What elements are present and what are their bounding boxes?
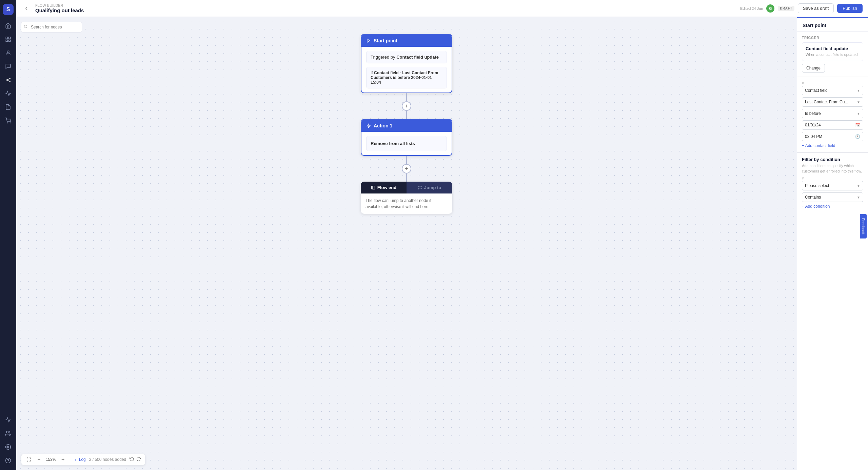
sidebar-icon-users[interactable] <box>3 428 14 439</box>
sidebar-icon-settings[interactable] <box>3 442 14 452</box>
svg-rect-1 <box>9 37 11 39</box>
sidebar-icon-home[interactable] <box>3 20 14 31</box>
sidebar-icon-chart[interactable] <box>3 34 14 45</box>
sidebar-icon-chat[interactable] <box>3 61 14 72</box>
flow-area: Start point Triggered by Contact field u… <box>361 34 452 214</box>
contact-field-select[interactable]: Contact field ▼ <box>802 86 863 95</box>
jump-to-label: Jump to <box>424 185 441 190</box>
trigger-card: Contact field update When a contact fiel… <box>802 42 863 61</box>
log-link[interactable]: Log <box>74 457 86 462</box>
add-contact-field-label: + Add contact field <box>802 143 835 148</box>
please-select-field[interactable]: Please select ▼ <box>802 181 863 190</box>
sidebar: S <box>0 0 16 470</box>
panel-header: Start point <box>797 18 868 32</box>
svg-rect-3 <box>9 40 11 42</box>
search-icon <box>24 25 28 30</box>
svg-marker-18 <box>367 39 370 43</box>
action-body: Remove from all lists <box>361 132 452 155</box>
topbar-right: Edited 24 Jan G DRAFT Save as draft Publ… <box>740 3 863 13</box>
sidebar-icon-docs[interactable] <box>3 102 14 113</box>
contact-field-name-value: Last Contact From Cu... <box>805 100 848 104</box>
is-before-select[interactable]: Is before ▼ <box>802 109 863 118</box>
add-node-button-2[interactable]: + <box>402 164 411 173</box>
svg-marker-19 <box>367 124 371 128</box>
flow-end-text: The flow can jump to another node if ava… <box>366 198 431 209</box>
page-title: Qualifying out leads <box>35 7 84 13</box>
flow-end-label: Flow end <box>377 185 396 190</box>
zoom-out-button[interactable]: − <box>36 456 42 463</box>
trigger-name: Contact field update <box>396 55 439 60</box>
contains-select[interactable]: Contains ▼ <box>802 192 863 202</box>
connector-2: + <box>402 156 411 182</box>
save-draft-button[interactable]: Save as draft <box>798 3 834 13</box>
svg-rect-0 <box>6 37 7 39</box>
add-node-button-1[interactable]: + <box>402 101 411 111</box>
log-label: Log <box>79 457 86 462</box>
sidebar-icon-inbox[interactable] <box>3 88 14 99</box>
time-field[interactable]: 03:04 PM 🕐 <box>802 132 863 141</box>
filter-title: Filter by condition <box>802 157 863 162</box>
redo-button[interactable] <box>136 457 141 463</box>
trigger-card-desc: When a contact field is updated <box>806 52 860 57</box>
svg-rect-20 <box>371 186 375 189</box>
action-title: Action 1 <box>374 123 392 128</box>
chevron-down-icon-1: ▼ <box>857 89 860 93</box>
sidebar-icon-activity[interactable] <box>3 414 14 425</box>
topbar: FLOW BUILDER Qualifying out leads Edited… <box>16 0 868 17</box>
connector-line-1 <box>406 93 407 101</box>
trigger-box: Triggered by Contact field update <box>366 51 447 63</box>
add-condition-label: + Add condition <box>802 204 830 209</box>
condition-if: If <box>371 70 373 75</box>
time-value: 03:04 PM <box>805 134 822 139</box>
svg-point-4 <box>7 51 9 53</box>
chevron-down-icon-2: ▼ <box>857 100 860 104</box>
sidebar-icon-flows[interactable] <box>3 75 14 85</box>
sidebar-logo[interactable]: S <box>3 4 14 15</box>
start-point-body: Triggered by Contact field update If Con… <box>361 47 452 93</box>
search-input[interactable] <box>21 22 82 33</box>
back-button[interactable] <box>22 4 31 13</box>
start-point-header: Start point <box>361 35 452 47</box>
hash-label-1: # <box>802 81 863 85</box>
jump-to-tab[interactable]: Jump to <box>407 182 452 193</box>
condition-text: Contact field - Last Contact From Custom… <box>371 70 438 85</box>
panel-title: Start point <box>803 23 826 28</box>
action-node: Action 1 Remove from all lists <box>361 119 452 156</box>
feedback-tab[interactable]: Feedback <box>860 214 867 238</box>
divider <box>70 457 70 462</box>
edited-label: Edited 24 Jan <box>740 6 763 11</box>
sidebar-icon-contacts[interactable] <box>3 47 14 58</box>
contact-field-name-select[interactable]: Last Contact From Cu... ▼ <box>802 97 863 107</box>
search-bar <box>21 22 82 33</box>
svg-point-13 <box>7 446 9 448</box>
flow-end-tab[interactable]: Flow end <box>361 182 407 193</box>
connector-line-4 <box>406 173 407 182</box>
trigger-label: Triggered by <box>371 55 395 60</box>
svg-point-11 <box>10 123 11 123</box>
calendar-icon: 📅 <box>855 123 860 127</box>
please-select-value: Please select <box>805 183 829 188</box>
sidebar-icon-shop[interactable] <box>3 115 14 126</box>
publish-button[interactable]: Publish <box>837 4 863 13</box>
change-trigger-button[interactable]: Change <box>802 64 825 73</box>
svg-point-12 <box>6 431 8 433</box>
right-panel: Start point TRIGGER Contact field update… <box>797 17 868 470</box>
add-contact-field-link[interactable]: + Add contact field <box>802 143 863 148</box>
contains-value: Contains <box>805 195 821 200</box>
svg-point-10 <box>7 123 8 123</box>
is-before-value: Is before <box>805 111 821 116</box>
sidebar-icon-help[interactable] <box>3 455 14 466</box>
trigger-card-title: Contact field update <box>806 46 860 51</box>
fit-view-button[interactable] <box>25 456 32 463</box>
undo-button[interactable] <box>130 457 134 463</box>
start-point-node: Start point Triggered by Contact field u… <box>361 34 452 93</box>
svg-line-8 <box>7 79 9 80</box>
contact-field-value: Contact field <box>805 88 828 93</box>
draft-badge: DRAFT <box>778 6 794 11</box>
add-condition-link[interactable]: + Add condition <box>802 204 863 209</box>
date-field[interactable]: 01/01/24 📅 <box>802 120 863 130</box>
avatar: G <box>766 4 774 13</box>
canvas[interactable]: Start point Triggered by Contact field u… <box>16 17 797 470</box>
flow-end-header: Flow end Jump to <box>361 182 452 193</box>
zoom-in-button[interactable]: + <box>60 456 66 463</box>
